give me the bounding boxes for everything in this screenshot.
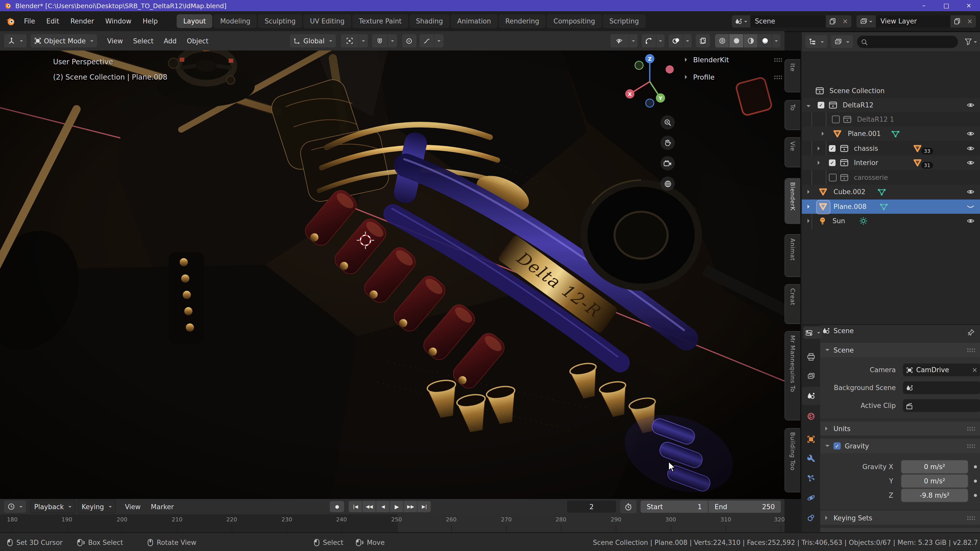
visibility-caret[interactable] — [629, 34, 638, 48]
shading-wireframe-button[interactable] — [715, 34, 729, 48]
panel-header-keying-sets[interactable]: Keying Sets — [820, 511, 980, 526]
drag-dots-icon[interactable] — [774, 75, 782, 79]
menu-select[interactable]: Select — [128, 37, 159, 44]
pan-button[interactable] — [660, 136, 675, 150]
eye-open-icon[interactable] — [966, 145, 975, 152]
workspace-tab-compositing[interactable]: Compositing — [547, 14, 602, 28]
workspace-tab-scripting[interactable]: Scripting — [603, 14, 646, 28]
timeline-ruler[interactable]: 180 190 200 210 220 230 240 250 260 270 … — [0, 514, 784, 532]
properties-editor-type-button[interactable] — [803, 327, 822, 339]
menu-add[interactable]: Add — [159, 37, 182, 44]
frame-start-field[interactable]: Start1 — [641, 500, 708, 513]
workspace-tab-shading[interactable]: Shading — [409, 14, 450, 28]
viewport-3d[interactable]: Delta 12-R — [0, 51, 801, 499]
falloff-button[interactable] — [420, 34, 434, 48]
expand-icon[interactable] — [818, 146, 822, 151]
sidebar-tab-create[interactable]: Creat — [784, 284, 800, 324]
workspace-tab-animation[interactable]: Animation — [450, 14, 498, 28]
outliner-row-deltar12[interactable]: ✓ DeltaR12 — [802, 98, 980, 112]
sidebar-tab-tool[interactable]: To — [784, 100, 800, 130]
tab-particles[interactable] — [802, 469, 820, 488]
tab-modifiers[interactable] — [802, 449, 820, 468]
outliner-search-input[interactable] — [857, 36, 958, 48]
scene-new-button[interactable] — [826, 15, 839, 27]
menu-render[interactable]: Render — [65, 14, 100, 28]
expand-icon[interactable] — [818, 161, 822, 165]
outliner-row-sun[interactable]: Sun — [802, 214, 980, 228]
panel-header-audio[interactable]: Audio — [820, 528, 980, 532]
outliner-display-mode-dropdown[interactable] — [805, 35, 827, 48]
record-button[interactable]: ● — [330, 501, 344, 512]
panel-header-gravity[interactable]: ✓ Gravity — [820, 439, 980, 454]
tab-object[interactable] — [802, 430, 820, 448]
outliner-row-interior[interactable]: ✓ Interior 31 — [802, 156, 980, 170]
checkbox-checked-icon[interactable]: ✓ — [829, 145, 835, 152]
shading-solid-button[interactable] — [729, 34, 743, 48]
tab-object-data[interactable] — [802, 528, 820, 532]
play-button[interactable]: ▶ — [390, 501, 404, 512]
scene-name-field[interactable]: Scene — [750, 15, 826, 27]
animate-dot-icon[interactable] — [974, 465, 977, 468]
proportional-editing-toggle[interactable] — [402, 34, 417, 48]
tab-physics[interactable] — [802, 489, 820, 507]
minimize-button[interactable]: – — [913, 0, 935, 11]
blender-menu-icon[interactable] — [5, 16, 15, 26]
clear-icon[interactable]: × — [972, 366, 977, 374]
workspace-tab-modeling[interactable]: Modeling — [213, 14, 257, 28]
visibility-dropdown[interactable] — [611, 34, 629, 48]
maximize-button[interactable]: □ — [935, 0, 958, 11]
jump-to-start-button[interactable]: |◀ — [349, 501, 362, 512]
menu-help[interactable]: Help — [137, 14, 163, 28]
falloff-caret[interactable] — [434, 34, 444, 48]
shading-caret[interactable] — [772, 34, 780, 48]
gravity-x-field[interactable]: 0 m/s² — [901, 460, 968, 474]
menu-edit[interactable]: Edit — [41, 14, 65, 28]
gravity-checkbox[interactable]: ✓ — [834, 442, 841, 449]
snap-toggle[interactable] — [372, 34, 387, 48]
timeline-editor-type-button[interactable] — [4, 500, 26, 513]
checkbox-unchecked-icon[interactable] — [829, 174, 837, 181]
gravity-z-field[interactable]: -9.8 m/s² — [901, 489, 968, 502]
outliner-row-cube-002[interactable]: Cube.002 — [802, 185, 980, 199]
active-clip-field[interactable] — [903, 399, 980, 412]
animate-dot-icon[interactable] — [974, 494, 977, 497]
view-layer-browse-button[interactable] — [856, 15, 876, 27]
menu-object[interactable]: Object — [182, 37, 213, 44]
snap-caret[interactable] — [388, 34, 397, 48]
outliner-filter-dropdown[interactable] — [965, 35, 977, 48]
gizmos-caret[interactable] — [656, 34, 665, 48]
outliner-row-chassis[interactable]: ✓ chassis 33 — [802, 141, 980, 156]
view-layer-name-field[interactable]: View Layer — [876, 15, 950, 27]
sidebar-tab-animation[interactable]: Animat — [784, 234, 800, 277]
keying-menu[interactable]: Keying — [78, 500, 116, 513]
sidebar-tab-blenderkit[interactable]: BlenderK — [784, 178, 800, 224]
outliner-row-carosserie[interactable]: carosserie — [802, 170, 980, 185]
gizmos-toggle[interactable] — [641, 34, 656, 48]
tab-view-layer[interactable] — [802, 367, 820, 385]
sidebar-tab-mr-mannequins[interactable]: Mr Mannequins To — [784, 331, 800, 421]
workspace-tab-sculpting[interactable]: Sculpting — [258, 14, 302, 28]
expand-icon[interactable] — [808, 205, 811, 209]
timeline-view-menu[interactable]: View — [120, 503, 146, 510]
outliner-row-deltar12-1[interactable]: DeltaR12 1 — [802, 112, 980, 127]
sidebar-tab-item[interactable]: Ite — [784, 59, 800, 92]
current-frame-field[interactable]: 2 — [567, 500, 616, 513]
use-preview-range-button[interactable] — [620, 500, 636, 513]
animate-dot-icon[interactable] — [974, 480, 977, 483]
outliner-row-scene-collection[interactable]: Scene Collection — [802, 84, 980, 98]
sidebar-tab-view[interactable]: Vie — [784, 137, 800, 167]
background-scene-field[interactable] — [903, 381, 980, 394]
eye-open-icon[interactable] — [966, 130, 975, 137]
tab-world[interactable] — [802, 407, 820, 426]
eye-open-icon[interactable] — [966, 159, 975, 166]
frame-end-field[interactable]: End250 — [708, 500, 781, 513]
collapse-icon[interactable] — [807, 105, 811, 109]
tab-scene[interactable] — [802, 387, 820, 405]
close-button[interactable]: × — [958, 0, 980, 11]
expand-icon[interactable] — [822, 132, 826, 136]
workspace-tab-layout[interactable]: Layout — [177, 14, 212, 28]
panel-profile[interactable]: Profile — [685, 73, 782, 81]
drag-dots-icon[interactable] — [774, 57, 782, 62]
transform-orientation-dropdown[interactable]: Global — [290, 34, 336, 48]
expand-icon[interactable] — [808, 219, 811, 223]
